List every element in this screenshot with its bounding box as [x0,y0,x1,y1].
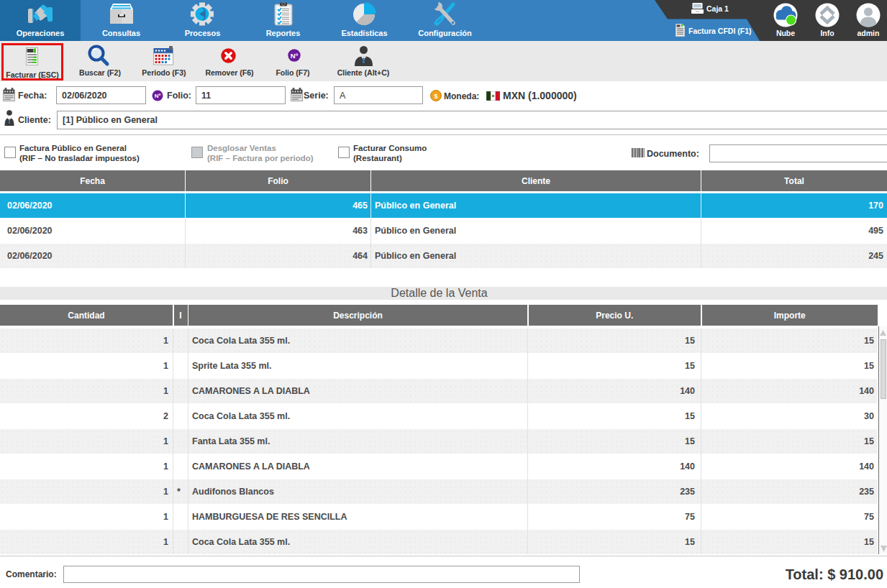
svg-text:Nº: Nº [155,93,161,99]
svg-text:$: $ [434,93,437,100]
svg-text:Nº: Nº [291,52,299,60]
